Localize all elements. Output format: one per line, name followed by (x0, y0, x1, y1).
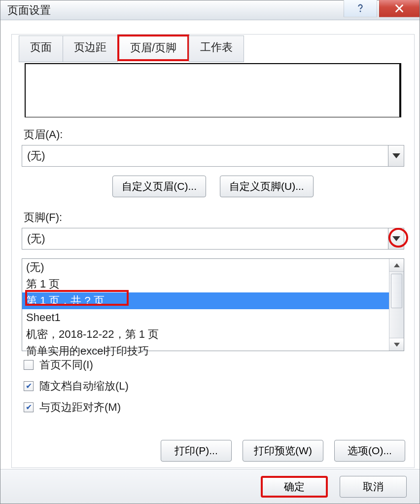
options-button[interactable]: 选项(O)... (334, 440, 405, 462)
footer-option-page1-of-n[interactable]: 第 1 页，共 ? 页 (22, 292, 389, 309)
footer-label: 页脚(F): (24, 210, 402, 225)
scroll-thumb[interactable] (391, 274, 402, 308)
svg-point-0 (360, 10, 361, 12)
chevron-down-icon (392, 153, 400, 158)
close-icon (393, 2, 406, 15)
tab-strip: 页面 页边距 页眉/页脚 工作表 (19, 33, 244, 59)
window-controls (344, 0, 420, 20)
dialog-title: 页面设置 (7, 3, 51, 18)
print-button[interactable]: 打印(P)... (161, 440, 232, 462)
header-preview (25, 63, 401, 117)
chevron-up-icon (394, 263, 400, 267)
title-bar: 页面设置 (0, 0, 420, 20)
page-setup-dialog: 页面设置 页面 页边距 页眉/页脚 工作表 页眉(A): (无) 自定义 (0, 0, 420, 504)
checkbox-diff-first-page[interactable]: 首页不同(I) (24, 358, 402, 372)
print-preview-button[interactable]: 打印预览(W) (243, 440, 323, 462)
footer-option-confidential[interactable]: 机密，2018-12-22，第 1 页 (22, 326, 389, 343)
footer-option-tips[interactable]: 简单实用的excel打印技巧 (22, 343, 389, 360)
header-combo-dropdown-button[interactable] (388, 145, 404, 166)
checkbox-label: 首页不同(I) (39, 358, 93, 372)
custom-buttons-row: 自定义页眉(C)... 自定义页脚(U)... (22, 176, 404, 197)
custom-footer-button[interactable]: 自定义页脚(U)... (220, 176, 314, 197)
chevron-down-icon (392, 236, 400, 241)
checkbox-align-margins[interactable]: 与页边距对齐(M) (24, 400, 402, 415)
checkbox-label: 与页边距对齐(M) (39, 400, 121, 415)
footer-combo-dropdown-button[interactable] (388, 228, 404, 249)
dialog-body: 页面 页边距 页眉/页脚 工作表 页眉(A): (无) 自定义页眉(C)... … (11, 34, 415, 468)
footer-dropdown-list: (无) 第 1 页 第 1 页，共 ? 页 Sheet1 机密，2018-12-… (22, 258, 404, 351)
dialog-footer: 确定 取消 (0, 469, 420, 504)
header-combo-value: (无) (22, 145, 388, 166)
footer-combo-value: (无) (22, 228, 388, 249)
footer-combo[interactable]: (无) (22, 228, 404, 250)
scroll-up-button[interactable] (389, 259, 404, 272)
ok-button[interactable]: 确定 (261, 476, 328, 498)
help-icon (355, 3, 366, 14)
custom-header-button[interactable]: 自定义页眉(C)... (112, 176, 206, 197)
checkbox-icon (24, 381, 34, 391)
checkbox-icon (24, 360, 34, 370)
dropdown-scrollbar[interactable] (389, 259, 404, 351)
checkbox-scale-with-doc[interactable]: 随文档自动缩放(L) (24, 379, 402, 394)
close-button[interactable] (379, 0, 420, 17)
footer-option-none[interactable]: (无) (22, 259, 389, 276)
checkbox-icon (24, 402, 34, 412)
checkbox-label: 随文档自动缩放(L) (39, 379, 129, 394)
cancel-button[interactable]: 取消 (340, 476, 407, 498)
tab-content: 页眉(A): (无) 自定义页眉(C)... 自定义页脚(U)... 页脚(F)… (12, 58, 414, 468)
tab-header-footer[interactable]: 页眉/页脚 (117, 35, 189, 61)
footer-option-sheet[interactable]: Sheet1 (22, 309, 389, 326)
help-button[interactable] (344, 0, 377, 17)
header-combo[interactable]: (无) (22, 145, 404, 167)
action-buttons-row: 打印(P)... 打印预览(W) 选项(O)... (161, 440, 405, 462)
chevron-down-icon (394, 343, 400, 347)
header-label: 页眉(A): (24, 127, 402, 142)
footer-option-page1[interactable]: 第 1 页 (22, 276, 389, 292)
scroll-down-button[interactable] (389, 338, 404, 351)
